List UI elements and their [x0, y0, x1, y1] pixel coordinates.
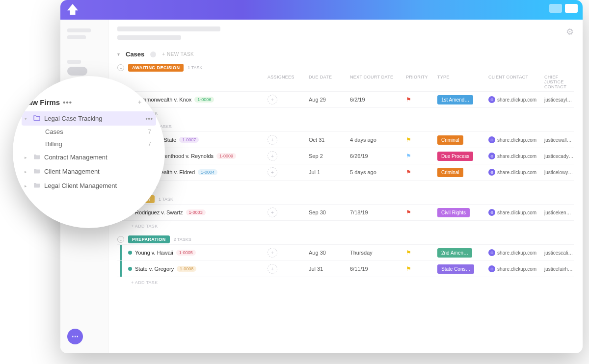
add-task-button[interactable]: + ADD TASK — [117, 180, 574, 191]
priority-flag-icon[interactable]: ⚑ — [406, 169, 435, 176]
settings-gear-icon[interactable]: ⚙ — [566, 26, 574, 37]
chief-justice-contact[interactable]: justicewaller@example.com — [544, 137, 574, 143]
info-icon[interactable] — [150, 52, 156, 57]
group-collapse-icon[interactable]: ⌄ — [117, 236, 124, 243]
client-contact[interactable]: ⊕share.clickup.com — [488, 265, 542, 272]
sidebar-list-item[interactable]: Billing7 — [22, 138, 156, 150]
priority-flag-icon[interactable]: ⚑ — [406, 136, 435, 143]
chief-justice-contact[interactable]: justicekennedy@example.com — [544, 210, 574, 215]
status-badge[interactable]: PREPARATION — [128, 235, 170, 243]
due-date[interactable]: Aug 29 — [309, 97, 348, 103]
due-date[interactable]: Jul 31 — [309, 266, 348, 272]
chief-justice-contact[interactable]: justicefairhurst@example.com — [544, 266, 574, 272]
list-count: 7 — [148, 141, 151, 148]
type-chip[interactable]: 2nd Amen… — [437, 248, 472, 258]
list-label: Billing — [45, 140, 62, 148]
client-contact[interactable]: ⊕share.clickup.com — [488, 169, 542, 176]
chief-justice-contact[interactable]: justicelowy@example.com — [544, 170, 574, 175]
type-chip[interactable]: Criminal — [437, 135, 463, 145]
assignee-add-icon[interactable]: + — [268, 208, 277, 217]
chief-justice-contact[interactable]: justicecady@example.com — [544, 154, 574, 159]
task-row[interactable]: Rodriguez v. Swartz 1-0003 + Sep 30 7/18… — [117, 204, 574, 220]
list-header: ▾ Cases + NEW TASK — [117, 51, 574, 58]
space-add-icon[interactable]: ＋ — [136, 98, 143, 106]
titlebar — [60, 0, 583, 20]
window-maximize[interactable] — [565, 4, 578, 13]
due-date[interactable]: Sep 30 — [309, 209, 348, 215]
next-court-date[interactable]: 6/2/19 — [350, 97, 404, 103]
next-court-date[interactable]: 4 days ago — [350, 137, 404, 143]
space-more-icon[interactable]: ••• — [63, 98, 72, 106]
sidebar-folder[interactable]: ▸ Client Management — [22, 164, 156, 179]
chief-justice-contact[interactable]: justicesaylor@example.com — [544, 97, 574, 103]
priority-flag-icon[interactable]: ⚑ — [406, 249, 435, 256]
type-chip[interactable]: Due Process — [437, 152, 473, 161]
column-headers: ASSIGNEESDUE DATENEXT COURT DATEPRIORITY… — [117, 73, 574, 91]
next-court-date[interactable]: Thursday — [350, 250, 404, 256]
assignee-add-icon[interactable]: + — [268, 135, 277, 145]
due-date[interactable]: Aug 30 — [309, 250, 348, 256]
type-chip[interactable]: Civil Rights — [437, 208, 470, 217]
list-title: Cases — [126, 51, 144, 58]
task-row[interactable]: Planned Parenthood v. Reynolds 1-0009 + … — [117, 148, 574, 164]
sidebar-list-item[interactable]: Cases7 — [22, 126, 156, 138]
folder-caret-icon[interactable]: ▸ — [25, 183, 29, 188]
priority-flag-icon[interactable]: ⚑ — [406, 96, 435, 103]
due-date[interactable]: Sep 2 — [309, 153, 348, 159]
chat-bubble-icon[interactable]: ⋯ — [67, 329, 83, 344]
priority-flag-icon[interactable]: ⚑ — [406, 153, 435, 159]
window-minimize[interactable] — [549, 4, 562, 13]
new-task-button[interactable]: + NEW TASK — [162, 52, 194, 57]
status-badge[interactable]: AWAITING DECISION — [128, 64, 184, 72]
column-header: TYPE — [437, 75, 486, 89]
chief-justice-contact[interactable]: justicescalia@example.com — [544, 250, 574, 256]
add-task-button[interactable]: + ADD TASK — [117, 107, 574, 119]
assignee-add-icon[interactable]: + — [268, 167, 277, 177]
list-collapse-icon[interactable]: ▾ — [117, 52, 120, 57]
list-label: Cases — [45, 128, 63, 135]
add-task-button[interactable]: + ADD TASK — [117, 277, 574, 288]
task-id-badge: 1-0006 — [194, 97, 214, 103]
folder-caret-icon[interactable]: ▾ — [25, 116, 29, 121]
task-id-badge: 1-0008 — [177, 266, 196, 272]
link-icon: ⊕ — [488, 153, 495, 159]
client-contact[interactable]: ⊕share.clickup.com — [488, 96, 542, 103]
priority-flag-icon[interactable]: ⚑ — [406, 265, 435, 272]
task-row[interactable]: Young v. Hawaii 1-0005 + Aug 30 Thursday… — [117, 244, 574, 260]
column-header: ASSIGNEES — [268, 75, 307, 89]
next-court-date[interactable]: 7/18/19 — [350, 209, 404, 215]
task-row[interactable]: Commonwealth v. Knox 1-0006 + Aug 29 6/2… — [117, 91, 574, 107]
space-title[interactable]: Law Firms — [24, 98, 60, 106]
folder-caret-icon[interactable]: ▸ — [25, 155, 29, 160]
type-chip[interactable]: State Cons… — [437, 264, 474, 274]
next-court-date[interactable]: 6/11/19 — [350, 266, 404, 272]
assignee-add-icon[interactable]: + — [268, 151, 277, 161]
next-court-date[interactable]: 6/26/19 — [350, 153, 404, 159]
assignee-add-icon[interactable]: + — [268, 95, 277, 104]
client-contact[interactable]: ⊕share.clickup.com — [488, 209, 542, 216]
assignee-add-icon[interactable]: + — [268, 264, 277, 274]
priority-flag-icon[interactable]: ⚑ — [406, 209, 435, 216]
task-count: 2 TASKS — [174, 237, 191, 242]
add-task-button[interactable]: + ADD TASK — [117, 220, 574, 232]
sidebar-folder[interactable]: ▸ Legal Client Management — [22, 179, 156, 193]
folder-icon — [33, 115, 40, 122]
task-row[interactable]: Commonwealth v. Eldred 1-0004 + Jul 1 5 … — [117, 164, 574, 180]
link-icon: ⊕ — [488, 169, 495, 176]
client-contact[interactable]: ⊕share.clickup.com — [488, 249, 542, 256]
group-collapse-icon[interactable]: ⌄ — [117, 64, 124, 71]
sidebar-folder[interactable]: ▸ Contract Management — [22, 150, 156, 164]
task-row[interactable]: Chandler v. State 1-0007 + Oct 31 4 days… — [117, 131, 574, 148]
client-contact[interactable]: ⊕share.clickup.com — [488, 153, 542, 159]
sidebar-folder[interactable]: ▾ Legal Case Tracking ••• — [22, 111, 156, 126]
type-chip[interactable]: Criminal — [437, 168, 463, 177]
client-contact[interactable]: ⊕share.clickup.com — [488, 136, 542, 143]
task-row[interactable]: State v. Gregory 1-0008 + Jul 31 6/11/19… — [117, 260, 574, 277]
due-date[interactable]: Jul 1 — [309, 169, 348, 175]
assignee-add-icon[interactable]: + — [268, 248, 277, 258]
next-court-date[interactable]: 5 days ago — [350, 169, 404, 175]
folder-caret-icon[interactable]: ▸ — [25, 169, 29, 174]
folder-more-icon[interactable]: ••• — [145, 115, 153, 122]
type-chip[interactable]: 1st Amend… — [437, 95, 473, 104]
due-date[interactable]: Oct 31 — [309, 137, 348, 143]
